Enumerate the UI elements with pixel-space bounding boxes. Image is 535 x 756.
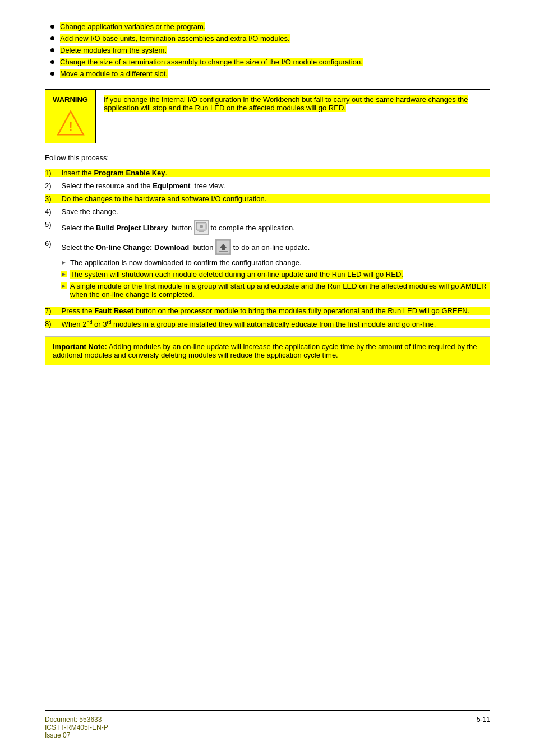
sub-bullet-3: ► A single module or the first module in…	[61, 282, 490, 299]
list-item: Change the size of a termination assembl…	[45, 58, 490, 66]
bullet-text: Change application variables or the prog…	[60, 22, 205, 31]
important-note-text: Adding modules by an on-line update will…	[53, 342, 477, 359]
document-number: Document: 553633	[45, 716, 108, 723]
list-item: Delete modules from the system.	[45, 46, 490, 54]
warning-triangle-icon: !	[56, 108, 85, 137]
step-1-content: Insert the Program Enable Key.	[59, 169, 490, 177]
bullet-text: Delete modules from the system.	[60, 46, 167, 54]
arrow-icon: ►	[61, 282, 67, 289]
important-note-box: Important Note: Adding modules by an on-…	[45, 336, 490, 365]
footer-left: Document: 553633 ICSTT-RM405f-EN-P Issue…	[45, 716, 108, 739]
important-note-label: Important Note:	[53, 342, 107, 351]
step-2-content: Select the resource and the Equipment tr…	[59, 182, 490, 190]
bullet-dot	[50, 60, 54, 64]
bullet-text: Change the size of a termination assembl…	[60, 58, 363, 66]
step-4: 4) Save the change.	[45, 207, 490, 216]
footer: Document: 553633 ICSTT-RM405f-EN-P Issue…	[45, 710, 490, 739]
step-7: 7) Press the Fault Reset button on the p…	[45, 307, 490, 315]
svg-point-4	[200, 225, 203, 228]
step-6-sub-bullets: ► The application is now downloaded to c…	[61, 258, 490, 302]
step-1: 1) Insert the Program Enable Key.	[45, 169, 490, 177]
page: Change application variables or the prog…	[0, 0, 535, 756]
list-item: Change application variables or the prog…	[45, 22, 490, 31]
svg-rect-9	[219, 251, 228, 252]
sub-bullet-2: ► The system will shutdown each module d…	[61, 270, 490, 279]
step-2-num: 2)	[45, 182, 59, 190]
step-5-num: 5)	[45, 220, 59, 229]
step-3: 3) Do the changes to the hardware and so…	[45, 194, 490, 203]
step-6: 6) Select the On-line Change: Download b…	[45, 239, 490, 302]
intro-bullet-list: Change application variables or the prog…	[45, 22, 490, 78]
footer-page-number: 5-11	[477, 716, 490, 739]
arrow-icon: ►	[61, 271, 67, 277]
warning-label-column: WARNING !	[45, 90, 96, 143]
step-2: 2) Select the resource and the Equipment…	[45, 182, 490, 190]
step-4-content: Save the change.	[59, 207, 490, 216]
step-6-content: Select the On-line Change: Download butt…	[59, 239, 310, 255]
step-8-content: When 2nd or 3rd modules in a group are i…	[59, 319, 490, 328]
svg-text:!: !	[68, 119, 73, 133]
step-1-num: 1)	[45, 169, 59, 177]
document-issue: Issue 07	[45, 731, 108, 739]
bullet-dot	[50, 48, 54, 52]
step-5-content: Select the Build Project Library button …	[59, 220, 490, 235]
arrow-icon: ►	[61, 259, 67, 266]
list-item: Move a module to a different slot.	[45, 69, 490, 78]
step-5: 5) Select the Build Project Library butt…	[45, 220, 490, 235]
step-8: 8) When 2nd or 3rd modules in a group ar…	[45, 319, 490, 328]
warning-label: WARNING	[53, 95, 88, 104]
step-7-num: 7)	[45, 307, 59, 315]
step-7-content: Press the Fault Reset button on the proc…	[59, 307, 490, 315]
list-item: Add new I/O base units, termination asse…	[45, 34, 490, 43]
warning-text: If you change the internal I/O configura…	[96, 90, 490, 143]
sub-bullet-1-text: The application is now downloaded to con…	[70, 258, 302, 267]
step-6-num: 6)	[45, 239, 59, 248]
bullet-text: Move a module to a different slot.	[60, 69, 168, 78]
step-3-num: 3)	[45, 194, 59, 203]
document-code: ICSTT-RM405f-EN-P	[45, 723, 108, 731]
steps-list: 1) Insert the Program Enable Key. 2) Sel…	[45, 169, 490, 328]
build-project-library-icon	[194, 220, 209, 235]
follow-text: Follow this process:	[45, 154, 490, 162]
warning-box: WARNING ! If you change the internal I/O…	[45, 89, 490, 143]
bullet-text: Add new I/O base units, termination asse…	[60, 34, 290, 43]
warning-body: If you change the internal I/O configura…	[104, 95, 468, 112]
bullet-dot	[50, 25, 54, 29]
sub-bullet-2-text: The system will shutdown each module del…	[70, 270, 403, 279]
svg-rect-5	[199, 231, 204, 232]
bullet-dot	[50, 36, 54, 40]
step-8-num: 8)	[45, 319, 59, 328]
sub-bullet-3-text: A single module or the first module in a…	[70, 282, 490, 299]
bullet-dot	[50, 72, 54, 76]
online-change-download-icon	[215, 239, 231, 255]
step-4-num: 4)	[45, 207, 59, 216]
step-3-content: Do the changes to the hardware and softw…	[59, 194, 490, 203]
svg-rect-8	[222, 248, 225, 250]
sub-bullet-1: ► The application is now downloaded to c…	[61, 258, 490, 267]
